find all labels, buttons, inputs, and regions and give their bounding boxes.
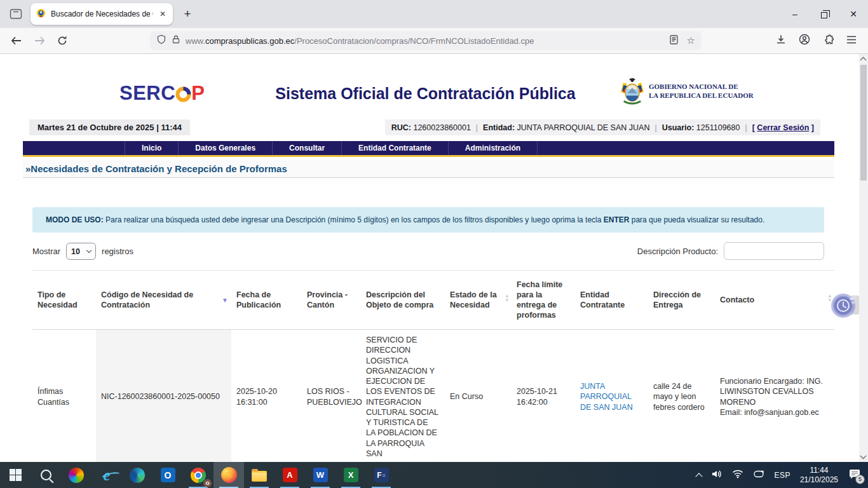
col-provincia[interactable]: Provincia - Cantón — [302, 271, 361, 330]
copilot-icon — [69, 468, 84, 483]
taskbar-outlook-button[interactable]: O — [153, 462, 183, 488]
internet-explorer-icon: e — [103, 467, 110, 483]
entity-link[interactable]: JUNTA PARROQUIAL DE SAN JUAN — [580, 382, 633, 412]
scrollbar-thumb[interactable] — [860, 65, 867, 180]
time-tracker-widget[interactable] — [830, 291, 859, 320]
taskbar-acrobat-button[interactable]: A — [275, 462, 305, 488]
col-codigo[interactable]: Código de Necesidad de Contratación ▼ — [96, 271, 231, 330]
file-explorer-icon — [252, 471, 267, 482]
government-logo: GOBIERNO NACIONAL DE LA REPUBLICA DEL EC… — [620, 77, 754, 105]
forward-icon[interactable] — [29, 31, 50, 50]
col-fecha-publicacion[interactable]: Fecha de Publicación — [231, 271, 302, 330]
restore-button[interactable] — [810, 0, 839, 28]
browser-navbar: www.compraspublicas.gob.ec/ProcesoContra… — [0, 28, 868, 54]
firefox-view-icon[interactable] — [5, 4, 27, 24]
extensions-puzzle-icon[interactable] — [823, 34, 834, 48]
menu-item-datos-generales[interactable]: Datos Generales — [178, 141, 272, 155]
taskbar-edge-button[interactable] — [122, 462, 153, 488]
winged-clock-icon — [830, 291, 859, 320]
cell-provincia: LOS RIOS - PUEBLOVIEJO — [302, 330, 361, 463]
col-fecha-limite[interactable]: Fecha límite para la entrega de proforma… — [512, 271, 575, 330]
tab-favicon-ecuador-icon — [36, 8, 46, 20]
taskbar-word-button[interactable]: W — [305, 462, 336, 488]
taskbar-chrome-button[interactable]: G — [183, 462, 214, 488]
cell-fecha-limite: 2025-10-21 16:42:00 — [512, 330, 575, 463]
table-row: Ínfimas Cuantías NIC-1260023860001-2025-… — [32, 330, 834, 463]
screen: Buscador de Necesidades de Co ✕ + – ✕ — [0, 0, 868, 488]
cell-contacto: Funcionario Encargado: ING. LIWINSGTON C… — [715, 330, 834, 463]
logout-link[interactable]: [ Cerrar Sesión ] — [752, 123, 814, 132]
col-descripcion[interactable]: Descripción del Objeto de compra — [361, 271, 445, 330]
col-contacto[interactable]: Contacto ▲▼ — [715, 271, 834, 330]
scroll-up-icon[interactable] — [860, 57, 867, 64]
ruc-value: 1260023860001 — [413, 123, 470, 132]
clock-date: 21/10/2025 — [800, 475, 838, 485]
menu-item-consultar[interactable]: Consultar — [272, 141, 341, 155]
windows-taskbar: e O G A W X F≡ — [0, 462, 868, 488]
product-filter: Descripción Producto: — [637, 242, 824, 260]
downloads-icon[interactable] — [776, 34, 786, 47]
browser-tab[interactable]: Buscador de Necesidades de Co ✕ — [31, 3, 173, 25]
taskbar-copilot-button[interactable] — [61, 462, 92, 488]
page-scrollbar[interactable] — [859, 54, 868, 462]
taskbar-fapp-button[interactable]: F≡ — [366, 462, 397, 488]
col-entidad[interactable]: Entidad Contratante — [575, 271, 648, 330]
menu-item-entidad-contratante[interactable]: Entidad Contratante — [341, 141, 448, 155]
new-tab-button[interactable]: + — [178, 4, 197, 24]
sort-both-icon[interactable]: ▲▼ — [505, 294, 510, 302]
reload-icon[interactable] — [52, 31, 72, 50]
taskbar-excel-button[interactable]: X — [336, 462, 366, 488]
taskbar-clock[interactable]: 11:44 21/10/2025 — [800, 466, 838, 485]
menu-item-administracion[interactable]: Administración — [448, 141, 538, 155]
taskbar-explorer-button[interactable] — [244, 462, 275, 488]
edge-icon — [130, 468, 145, 483]
language-indicator[interactable]: ESP — [774, 471, 790, 480]
page-size-select[interactable]: 10 — [66, 243, 96, 260]
lock-icon[interactable] — [172, 35, 180, 46]
col-direccion[interactable]: Dirección de Entrega — [648, 271, 715, 330]
clock-time: 11:44 — [800, 466, 838, 475]
taskbar-firefox-button[interactable] — [214, 462, 244, 488]
taskbar-ie-button[interactable]: e — [92, 462, 122, 488]
word-icon: W — [313, 468, 328, 482]
cell-direccion: calle 24 de mayo y leon febres cordero — [648, 330, 715, 463]
sort-desc-icon[interactable]: ▼ — [222, 296, 228, 304]
session-info-bar: RUC: 1260023860001 | Entidad: JUNTA PARR… — [385, 119, 820, 135]
action-center-button[interactable]: 5 — [849, 469, 860, 482]
account-icon[interactable] — [799, 34, 810, 48]
url-text: www.compraspublicas.gob.ec/ProcesoContra… — [186, 36, 534, 46]
tab-close-icon[interactable]: ✕ — [158, 10, 167, 18]
wifi-icon[interactable] — [732, 470, 743, 481]
col-estado[interactable]: Estado de la Necesidad ▲▼ — [445, 271, 512, 330]
close-button[interactable]: ✕ — [839, 0, 868, 28]
browser-tab-strip: Buscador de Necesidades de Co ✕ + – ✕ — [0, 0, 868, 28]
search-icon — [41, 470, 51, 480]
scroll-down-icon[interactable] — [860, 453, 867, 459]
government-text: GOBIERNO NACIONAL DE LA REPUBLICA DEL EC… — [649, 82, 754, 100]
menu-gold-underline — [23, 155, 834, 157]
notification-badge: 5 — [855, 475, 865, 484]
chevron-down-icon — [86, 248, 92, 253]
shield-icon[interactable] — [156, 34, 166, 47]
window-controls: – ✕ — [780, 0, 868, 28]
show-label: Mostrar — [32, 247, 60, 256]
cell-descripcion: SERVICIO DE DIRECCION LOGISTICA ORGANIZA… — [361, 330, 445, 463]
bookmark-star-icon[interactable]: ☆ — [687, 35, 695, 46]
web-page: SERC P Sistema Oficial de Contratación P… — [0, 54, 859, 462]
back-icon[interactable] — [6, 31, 27, 50]
reader-mode-icon[interactable] — [670, 35, 678, 47]
product-filter-input[interactable] — [724, 242, 824, 260]
display-connect-icon[interactable] — [753, 470, 764, 481]
page-title: »Necesidades de Contratación y Recepción… — [23, 160, 834, 178]
minimize-button[interactable]: – — [780, 0, 810, 28]
volume-icon[interactable] — [711, 469, 722, 482]
start-button[interactable] — [0, 462, 31, 488]
menu-hamburger-icon[interactable] — [846, 35, 857, 46]
taskbar-search-button[interactable] — [31, 462, 61, 488]
table-header-row: Tipo de Necesidad Código de Necesidad de… — [32, 271, 834, 330]
tray-expand-icon[interactable] — [696, 473, 703, 480]
url-bar[interactable]: www.compraspublicas.gob.ec/ProcesoContra… — [150, 31, 702, 50]
col-tipo-necesidad[interactable]: Tipo de Necesidad — [32, 271, 96, 330]
browser-toolbar-right — [776, 34, 862, 48]
menu-item-inicio[interactable]: Inicio — [125, 141, 178, 155]
